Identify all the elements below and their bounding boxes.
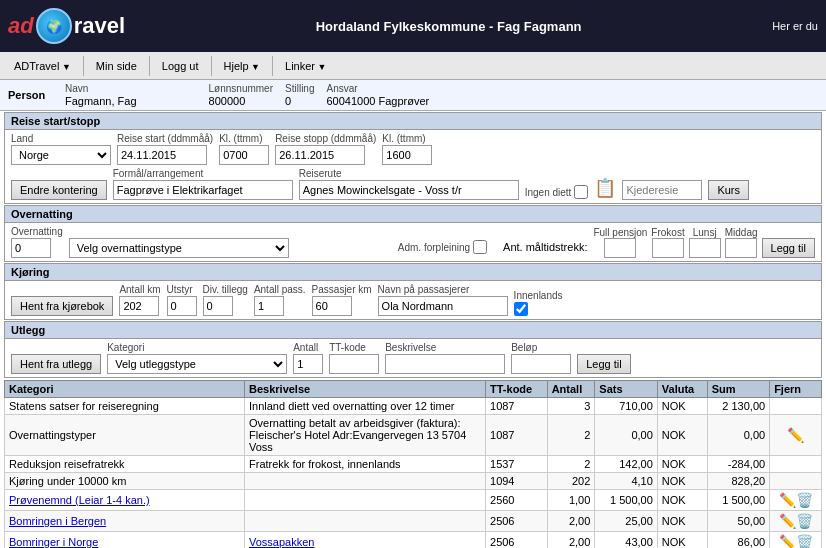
kategori-link[interactable]: Bomringer i Norge [9,536,98,548]
delete-icon[interactable]: 🗑️ [796,513,813,529]
col-header-sats: Sats [595,381,657,398]
utlegg-section-header: Utlegg [5,322,821,339]
antall-cell: 1,00 [547,490,595,511]
kategori-cell: Statens satser for reiseregning [5,398,245,415]
person-navn-field: Navn Fagmann, Fag [65,83,137,107]
nav-sep-2 [149,56,150,76]
kl-start-input[interactable] [219,145,269,165]
utlegg-legg-til-button[interactable]: Legg til [577,354,630,374]
top-bar: ad 🌍 ravel Hordaland Fylkeskommune - Fag… [0,0,826,52]
ant-maltidstrekk-field: Ant. måltidstrekk: [503,241,587,253]
kategori-link[interactable]: Bomringen i Bergen [9,515,106,527]
ansvar-label: Ansvar [326,83,429,94]
stilling-value: 0 [285,95,314,107]
utlegg-antall-input[interactable] [293,354,323,374]
action-cell: ✏️🗑️ [770,511,822,532]
beskrivelse-link[interactable]: Vossapakken [249,536,314,548]
kategori-link[interactable]: Prøvenemnd (Leiar 1-4 kan.) [9,494,150,506]
valuta-cell: NOK [657,532,707,549]
kl-stopp-input[interactable] [382,145,432,165]
kurs-button[interactable]: Kurs [708,180,749,200]
edit-icon[interactable]: ✏️ [779,534,796,548]
navn-label: Navn [65,83,137,94]
kjederesie-input[interactable] [622,180,702,200]
adm-forpleining-field: Adm. forpleining [398,240,487,254]
utlegg-belop-input[interactable] [511,354,571,374]
middag-input[interactable] [725,238,757,258]
utlegg-kategori-select[interactable]: Velg utleggstype [107,354,287,374]
table-row: Reduksjon reisefratrekkFratrekk for frok… [5,456,822,473]
delete-icon[interactable]: 🗑️ [796,534,813,548]
antall-cell: 2,00 [547,532,595,549]
antall-km-label: Antall km [119,284,160,295]
nav-loggut[interactable]: Logg ut [152,56,209,76]
reise-stopp-input[interactable] [275,145,365,165]
overnatting-legg-til-button[interactable]: Legg til [762,238,815,258]
nav-adtravel[interactable]: ADTravel [4,56,81,76]
formal-input[interactable] [113,180,293,200]
overnatting-type-select[interactable]: Velg overnattingstype [69,238,289,258]
frokost-input[interactable] [652,238,684,258]
action-cell [770,456,822,473]
antall-pass-label: Antall pass. [254,284,306,295]
utlegg-tt-kode-input[interactable] [329,354,379,374]
lunsj-input[interactable] [689,238,721,258]
div-tillegg-input[interactable] [203,296,233,316]
reise-start-input[interactable] [117,145,207,165]
kl-stopp-field: Kl. (ttmm) [382,133,432,165]
passasjer-km-input[interactable] [312,296,352,316]
ansvar-value: 60041000 Fagprøver [326,95,429,107]
kategori-cell: Overnattingstyper [5,415,245,456]
utstyr-input[interactable] [167,296,197,316]
utlegg-kategori-label: Kategori [107,342,287,353]
sum-cell: 828,20 [707,473,769,490]
utlegg-tt-kode-field: TT-kode [329,342,379,374]
col-header-valuta: Valuta [657,381,707,398]
utlegg-antall-label: Antall [293,342,323,353]
middag-label: Middag [725,227,758,238]
ingen-diett-checkbox[interactable] [574,185,588,199]
nav-linker[interactable]: Linker [275,56,336,76]
hent-fra-kjorebok-button[interactable]: Hent fra kjørebok [11,296,113,316]
meals-area: Full pensjon Frokost Lunsj Middag Legg t… [593,227,815,258]
lunsj-field: Lunsj [689,227,721,258]
nav-sep-1 [83,56,84,76]
utlegg-kategori-field: Kategori Velg utleggstype [107,342,287,374]
full-pensjon-input[interactable] [604,238,636,258]
antall-km-input[interactable] [119,296,159,316]
adm-forpleining-checkbox[interactable] [473,240,487,254]
tt-kode-cell: 1087 [486,415,548,456]
navn-passasjerer-input[interactable] [378,296,508,316]
stilling-label: Stilling [285,83,314,94]
sum-cell: 0,00 [707,415,769,456]
valuta-cell: NOK [657,398,707,415]
reiserute-input[interactable] [299,180,519,200]
delete-icon[interactable]: 🗑️ [796,492,813,508]
innenlands-field: Innenlands [514,290,563,316]
edit-icon[interactable]: ✏️ [779,492,796,508]
reise-section-header: Reise start/stopp [5,113,821,130]
endre-kontering-button[interactable]: Endre kontering [11,180,107,200]
hent-fra-utlegg-button[interactable]: Hent fra utlegg [11,354,101,374]
innenlands-checkbox[interactable] [514,302,528,316]
nav-minside[interactable]: Min side [86,56,147,76]
logo-globe: 🌍 [36,8,72,44]
land-select[interactable]: Norge [11,145,111,165]
overnatting-count-input[interactable] [11,238,51,258]
nav-sep-3 [211,56,212,76]
frokost-field: Frokost [651,227,684,258]
copy-icon[interactable]: 📋 [594,177,616,199]
page-title: Hordaland Fylkeskommune - Fag Fagmann [316,19,582,34]
table-row: Statens satser for reiseregningInnland d… [5,398,822,415]
antall-cell: 3 [547,398,595,415]
utlegg-beskrivelse-input[interactable] [385,354,505,374]
table-row: Kjøring under 10000 km10942024,10NOK828,… [5,473,822,490]
nav-hjelp[interactable]: Hjelp [214,56,271,76]
col-header-kategori: Kategori [5,381,245,398]
edit-icon[interactable]: ✏️ [779,513,796,529]
edit-icon[interactable]: ✏️ [787,427,804,443]
kjoring-section: Kjøring Hent fra kjørebok Antall km Utst… [4,263,822,320]
antall-pass-input[interactable] [254,296,284,316]
kategori-cell: Kjøring under 10000 km [5,473,245,490]
sats-cell: 710,00 [595,398,657,415]
